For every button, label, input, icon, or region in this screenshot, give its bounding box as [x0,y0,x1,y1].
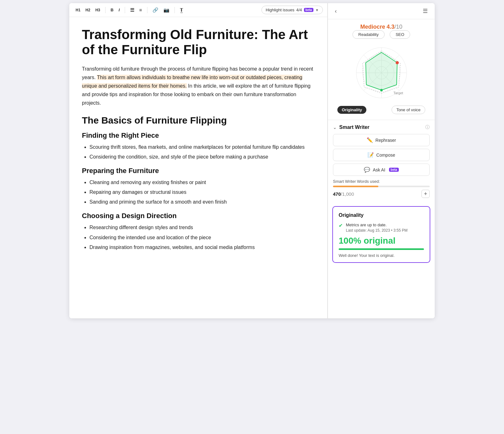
svg-marker-9 [366,52,397,90]
ask-ai-icon: 💬 [364,167,370,173]
list-item: Drawing inspiration from magazines, webs… [89,243,315,252]
orig-well-done: Well done! Your text is original. [339,253,424,258]
divider-2 [125,7,125,13]
image-button[interactable]: 📷 [162,6,171,14]
score-display: Mediocre 4.3/10 [333,24,430,30]
orig-progress-fill [339,248,424,250]
rephraser-label: Rephraser [375,138,396,143]
list-item: Researching different design styles and … [89,223,315,232]
heading-buttons: H1 H2 H3 [74,7,102,13]
compose-icon: 📝 [368,152,374,158]
bold-button[interactable]: B [109,7,115,13]
compose-label: Compose [376,153,395,158]
rephraser-button[interactable]: ✏️ Rephraser [333,134,430,146]
format-clear-button[interactable]: T̲ [178,6,185,14]
words-count-row: 470/1,000 + [333,190,430,198]
list-finding: Scouring thrift stores, flea markets, an… [82,143,315,161]
h3-design: Choosing a Design Direction [82,212,315,220]
score-total: /10 [394,24,402,30]
sidebar-header: ‹ ☰ [328,3,435,19]
beta-badge: beta [304,8,314,12]
orig-check-text-block: Metrics are up to date. Last update: Aug… [346,222,408,233]
orig-check-text: Metrics are up to date. [346,222,408,228]
app-container: H1 H2 H3 B I ☰ ≡ 🔗 📷 T̲ Highl [69,3,435,318]
h1-button[interactable]: H1 [74,7,82,13]
orig-check-subtext: Last update: Aug 15, 2023 • 3:55 PM [346,228,408,233]
compose-button[interactable]: 📝 Compose [333,149,430,161]
orig-percent: 100% original [339,236,424,246]
rephraser-icon: ✏️ [367,137,373,143]
list-item: Considering the intended use and locatio… [89,233,315,242]
list-item: Sanding and priming the surface for a sm… [89,198,315,206]
link-button[interactable]: 🔗 [151,6,160,14]
svg-text:Target: Target [393,91,403,95]
score-number: 4.3 [387,24,394,30]
list-item: Scouring thrift stores, flea markets, an… [89,143,315,151]
right-sidebar: ‹ ☰ Mediocre 4.3/10 Readability SEO [328,3,435,318]
toolbar: H1 H2 H3 B I ☰ ≡ 🔗 📷 T̲ Highl [69,3,327,17]
svg-point-11 [380,89,383,91]
divider-4 [175,7,175,13]
orig-progress-bar [339,248,424,250]
score-label: Mediocre [360,24,385,30]
list-item: Cleaning and removing any existing finis… [89,178,315,187]
format-buttons: B I [109,7,122,13]
list-buttons: ☰ ≡ [128,6,144,14]
h3-finding: Finding the Right Piece [82,131,315,140]
score-section: Mediocre 4.3/10 Readability SEO [328,19,435,120]
sidebar-collapse-button[interactable]: ‹ [333,7,339,15]
chevron-down-icon: ▼ [315,8,319,12]
words-progress-bar [333,186,430,187]
h3-button[interactable]: H3 [94,7,102,13]
highlight-issues-button[interactable]: Highlight issues 4/4 beta ▼ [261,6,323,14]
words-used-label: Smart Writer Words used: [333,179,430,184]
italic-button[interactable]: I [117,7,122,13]
smart-writer-header: ⌄ Smart Writer ⓘ [333,124,430,130]
h3-preparing: Preparing the Furniture [82,167,315,175]
check-icon: ✔ [339,223,343,229]
words-used: 470 [333,191,341,197]
words-count: 470/1,000 [333,191,354,197]
tab-readability[interactable]: Readability [352,30,385,39]
smart-writer-title-row: ⌄ Smart Writer [333,124,369,130]
editor-panel: H1 H2 H3 B I ☰ ≡ 🔗 📷 T̲ Highl [69,3,328,318]
smart-writer-title: Smart Writer [339,124,369,130]
info-icon[interactable]: ⓘ [425,124,430,130]
ask-ai-beta-badge: beta [389,168,399,172]
originality-card-title: Originality [339,212,424,218]
ask-ai-button[interactable]: 💬 Ask AI beta [333,164,430,176]
intro-paragraph: Transforming old furniture through the p… [82,65,315,107]
highlight-count: 4/4 [296,8,302,12]
list-item: Considering the condition, size, and sty… [89,153,315,161]
divider-3 [147,7,147,13]
radar-chart: Target [350,41,413,104]
words-limit: /1,000 [341,191,354,197]
h2-button[interactable]: H2 [83,7,92,13]
sidebar-menu-button[interactable]: ☰ [421,7,430,15]
h2-basics: The Basics of Furniture Flipping [82,115,315,126]
article-title: Transforming Old Furniture: The Art of t… [82,27,315,58]
list-item: Repairing any damages or structural issu… [89,188,315,196]
list-design: Researching different design styles and … [82,223,315,252]
svg-point-10 [396,61,399,64]
tone-of-voice-tab[interactable]: Tone of voice [392,106,425,114]
ask-ai-label: Ask AI [373,167,385,172]
insert-buttons: 🔗 📷 [151,6,171,14]
radar-svg: Target [350,41,413,104]
words-progress-fill [333,186,378,187]
sw-chevron-icon[interactable]: ⌄ [333,125,337,130]
tab-seo[interactable]: SEO [390,30,410,39]
highlight-label: Highlight issues [266,8,294,12]
ordered-list-button[interactable]: ☰ [128,6,136,14]
editor-content[interactable]: Transforming Old Furniture: The Art of t… [69,17,327,318]
smart-writer-section: ⌄ Smart Writer ⓘ ✏️ Rephraser 📝 Compose … [328,120,435,202]
add-words-button[interactable]: + [421,190,430,198]
score-tabs: Readability SEO [333,30,430,39]
originality-tab[interactable]: Originality [337,106,366,114]
radar-labels: Originality Tone of voice [333,106,430,114]
divider-1 [105,7,106,13]
originality-card: Originality ✔ Metrics are up to date. La… [332,206,430,263]
unordered-list-button[interactable]: ≡ [137,6,144,14]
list-preparing: Cleaning and removing any existing finis… [82,178,315,206]
originality-check-row: ✔ Metrics are up to date. Last update: A… [339,222,424,233]
